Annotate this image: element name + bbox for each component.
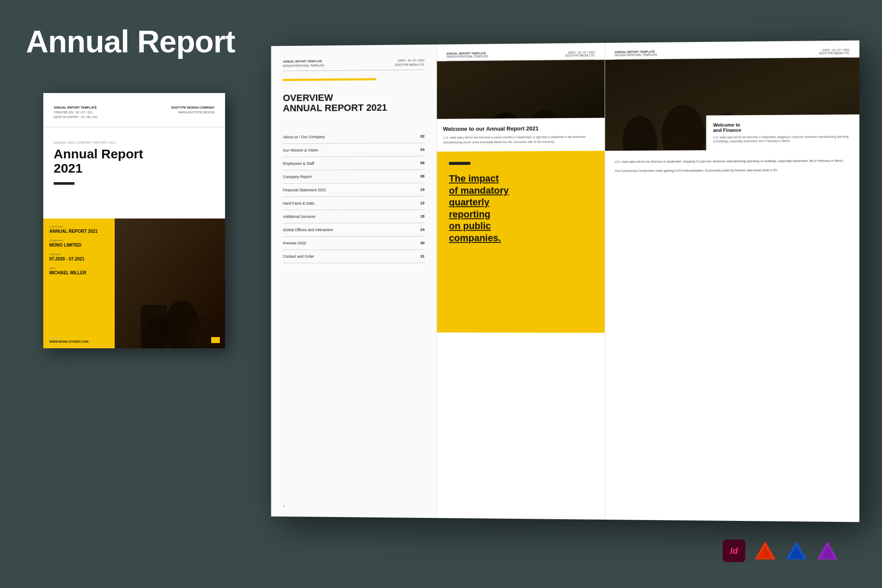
expiry-label: DATE OF EXPIRY : 02 / 06 / 021 [54,115,98,119]
right-header-info: DATE : 02 / 07 / 2021 EGOTYPE MEDIA LTD. [819,48,850,55]
booklet-cover: ANNUAL REPORT TEMPLATE CREATED ON : 02 /… [43,93,225,348]
toc-item-page: 06 [413,156,425,170]
welcome-header-right: DATE : 16 / 07 / 2021 EGOTYPE MEDIA LTD. [565,51,595,57]
booklet-photo [115,218,225,348]
affinity2-icon [816,540,839,562]
period-field: PERIOD 07.2020 - 07.2021 [49,253,109,262]
content-field: CONTENT ANNUAL REPORT 2021 [49,225,109,234]
yellow-section: The impactof mandatoryquarterlyreporting… [437,151,605,333]
right-welcome-box: Welcome toand Finance U.S. retail sales … [706,114,859,150]
toc-page-header: ANNUAL REPORT TEMPLATE DESIGN PROPOSAL T… [283,58,425,68]
page-title: Annual Report [26,24,235,59]
toc-template-label: ANNUAL REPORT TEMPLATE [283,59,325,64]
welcome-text: U.S. retail sales fell for the first tim… [443,135,599,145]
booklet-title-section: ANNUAL AND COMPANY REPORT 2021 Annual Re… [43,127,225,193]
toc-company: EGOTYPE MEDIA LTD. [395,63,425,67]
impact-text: The impactof mandatoryquarterlyreporting… [449,172,592,244]
right-body-text-1: U.S. retail sales fell for the first tim… [615,158,850,164]
toc-row: Our Mission & Vision 04 [283,143,425,157]
company-label: EGOTYPE DESIGN COMPANY [171,105,215,110]
accent-bar [54,182,74,185]
toc-item-page: 02 [413,130,425,143]
toc-row: Global Offices and Interaction 24 [283,223,425,236]
yellow-accent [211,337,220,343]
toc-item-title: Employees & Staff [283,156,414,170]
created-label: CREATED ON : 02 / 07 / 021 [54,110,98,115]
right-welcome-title: Welcome toand Finance [713,122,852,133]
section-label: ANNUAL AND COMPANY REPORT 2021 [54,141,215,144]
toc-item-title: Global Offices and Interaction [283,223,414,236]
welcome-header: ANNUAL REPORT TEMPLATE DESIGN PROPOSAL T… [437,43,605,61]
toc-item-page: 31 [413,250,425,263]
toc-item-page: 08 [413,170,425,183]
welcome-template: ANNUAL REPORT TEMPLATE DESIGN PROPOSAL T… [446,52,488,58]
toc-item-page: 24 [413,223,425,236]
period-label: PERIOD [49,253,109,256]
toc-item-title: Our Mission & Vision [283,143,414,157]
toc-item-title: Company Report [283,170,414,183]
company-label-field: COMPANY [49,239,109,242]
page-number: 2 [283,504,285,508]
toc-row: About us / Our Company 02 [283,130,425,144]
booklet-header-left: ANNUAL REPORT TEMPLATE CREATED ON : 02 /… [54,105,98,120]
toc-item-page: 12 [413,196,425,209]
toc-row: Employees & Staff 06 [283,156,425,170]
book-spread: ANNUAL REPORT TEMPLATE DESIGN PROPOSAL T… [271,40,859,522]
toc-item-page: 30 [413,236,425,250]
toc-item-page: 18 [413,209,425,223]
toc-item-title: Hard Facts & Data [283,196,414,210]
template-label: ANNUAL REPORT TEMPLATE [54,105,98,110]
company-value: MONO LIMITED [49,243,109,248]
content-label: CONTENT [49,225,109,228]
toc-item-title: Financial Statement 2021 [283,183,414,197]
booklet-bottom: CONTENT ANNUAL REPORT 2021 COMPANY MONO … [43,218,225,348]
toc-item-title: Contact and Order [283,250,414,263]
toc-header-divider [283,69,425,71]
toc-row: Preview 2020 30 [283,236,425,250]
booklet-header: ANNUAL REPORT TEMPLATE CREATED ON : 02 /… [43,93,225,127]
company-field: COMPANY MONO LIMITED [49,239,109,248]
toc-item-title: About us / Our Company [283,130,414,144]
indesign-icon: Id [723,540,745,562]
yellow-info-panel: CONTENT ANNUAL REPORT 2021 COMPANY MONO … [43,218,115,348]
toc-row: Company Report 08 [283,170,425,183]
company-website: WWW.EGOTYPE.DESIGN [171,110,215,115]
toc-item-title: Preview 2020 [283,236,414,250]
ceo-label: CEO [49,267,109,270]
toc-item-page: 04 [413,143,425,156]
overview-title: OVERVIEWANNUAL REPORT 2021 [283,92,425,113]
toc-item-title: Additional Services [283,209,414,223]
right-page: ANNUAL REPORT TEMPLATE DESIGN PROPOSAL T… [605,40,859,522]
right-template: ANNUAL REPORT TEMPLATE DESIGN PROPOSAL T… [615,50,657,57]
toc-date: DATE : 16 / 07 / 2021 [395,58,425,63]
right-photo: Welcome toand Finance U.S. retail sales … [605,58,859,151]
right-body: U.S. retail sales fell for the first tim… [605,149,859,186]
affinity-icon [785,540,808,562]
software-icons-bar: Id [723,540,839,562]
toc-proposal-label: DESIGN PROPOSAL TEMPLATE [283,64,325,68]
period-value: 07.2020 - 07.2021 [49,257,109,262]
welcome-title: Welcome to our Annual Report 2021 [443,125,599,132]
booklet-main-title: Annual Report 2021 [54,147,215,175]
toc-row: Additional Services 18 [283,209,425,223]
website-url: WWW.MONO-STUDIO.COM [49,340,88,343]
photo-bg [115,218,225,348]
right-body-text-2: The Commercial Construction Index gainin… [615,167,850,174]
toc-page: ANNUAL REPORT TEMPLATE DESIGN PROPOSAL T… [271,45,437,518]
toc-item-page: 10 [413,183,425,196]
welcome-box: Welcome to our Annual Report 2021 U.S. r… [437,118,605,151]
right-header: ANNUAL REPORT TEMPLATE DESIGN PROPOSAL T… [605,40,859,59]
booklet-header-right: EGOTYPE DESIGN COMPANY WWW.EGOTYPE.DESIG… [171,105,215,115]
middle-black-bar [449,162,470,165]
right-welcome-text: U.S. retail sales fell for the first tim… [713,135,852,143]
toc-header-left: ANNUAL REPORT TEMPLATE DESIGN PROPOSAL T… [283,59,325,68]
toc-yellow-bar [283,78,377,81]
content-value: ANNUAL REPORT 2021 [49,229,109,234]
toc-header-right: DATE : 16 / 07 / 2021 EGOTYPE MEDIA LTD. [395,58,425,67]
indesign-label: Id [730,546,738,556]
toc-row: Hard Facts & Data 12 [283,196,425,210]
welcome-page: ANNUAL REPORT TEMPLATE DESIGN PROPOSAL T… [437,43,605,520]
toc-row: Financial Statement 2021 10 [283,183,425,197]
middle-photo: Welcome to our Annual Report 2021 U.S. r… [437,60,605,151]
ceo-field: CEO MICHAEL MILLER [49,267,109,276]
